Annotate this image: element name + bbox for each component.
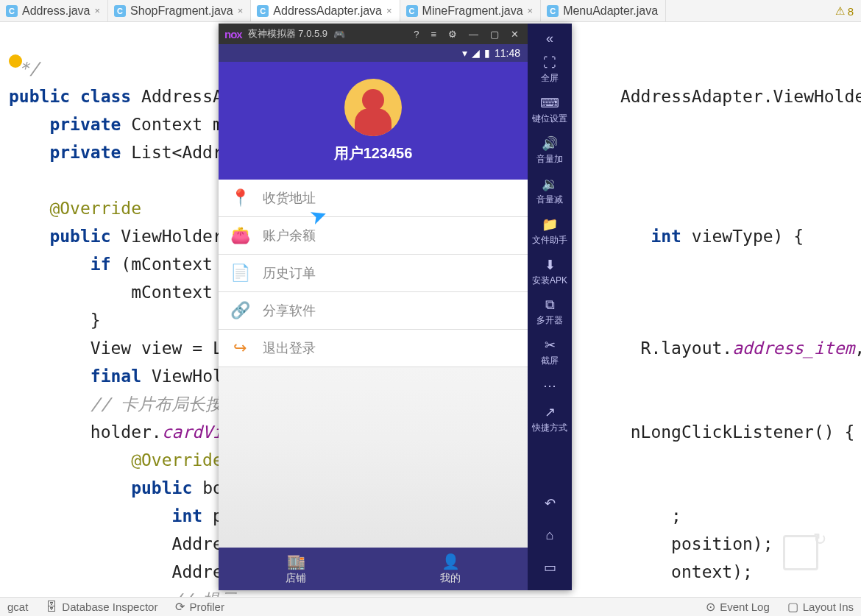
code-line: class — [80, 87, 131, 106]
status-logcat[interactable]: gcat — [7, 601, 28, 613]
emulator-window: nox 夜神模拟器 7.0.5.9 🎮 ? ≡ ⚙ — ▢ ✕ ▾ ◢ ▮ 11… — [219, 24, 572, 590]
tool-screenshot[interactable]: ✂截屏 — [528, 333, 572, 372]
menu-item-address[interactable]: 📍 收货地址 — [219, 180, 528, 217]
code-line: public — [9, 87, 70, 106]
close-icon[interactable]: × — [386, 5, 392, 16]
tool-label: 全屏 — [541, 72, 559, 85]
layout-inspector-icon: ▢ — [787, 600, 798, 614]
tool-label: 键位设置 — [532, 113, 567, 125]
tool-file[interactable]: 📁文件助手 — [528, 212, 572, 251]
intention-bulb-icon[interactable] — [9, 54, 22, 68]
settings-icon[interactable]: ⚙ — [445, 29, 460, 40]
menu-item-share[interactable]: 🔗 分享软件 — [219, 292, 528, 330]
tab-minefragment[interactable]: C MineFragment.java × — [400, 0, 542, 21]
menu-list: 📍 收货地址 👛 账户余额 📄 历史订单 🔗 分享软件 ↪ 退出登录 — [219, 180, 528, 548]
code-line: ViewHolder — [121, 227, 222, 246]
close-icon[interactable]: × — [528, 5, 534, 16]
android-home-button[interactable]: ⌂ — [546, 520, 554, 550]
java-class-icon: C — [257, 5, 269, 17]
tool-fullscreen[interactable]: ⛶全屏 — [528, 51, 572, 89]
emulator-screen-column: nox 夜神模拟器 7.0.5.9 🎮 ? ≡ ⚙ — ▢ ✕ ▾ ◢ ▮ 11… — [219, 24, 528, 590]
share-icon: 🔗 — [230, 301, 249, 320]
menu-item-history[interactable]: 📄 历史订单 — [219, 255, 528, 292]
user-icon: 👤 — [442, 553, 460, 570]
status-label: Layout Ins — [803, 601, 854, 613]
maximize-icon[interactable]: ▢ — [487, 29, 502, 40]
tool-volup[interactable]: 🔊音量加 — [528, 131, 572, 170]
menu-label: 分享软件 — [263, 302, 316, 319]
gamepad-icon[interactable]: 🎮 — [333, 29, 345, 40]
tab-addressadapter[interactable]: C AddressAdapter.java × — [251, 0, 400, 21]
close-icon[interactable]: × — [238, 5, 244, 16]
menu-label: 历史订单 — [263, 264, 316, 282]
nav-label: 店铺 — [286, 572, 306, 585]
status-profiler[interactable]: ⟳Profiler — [175, 600, 224, 614]
tool-voldown[interactable]: 🔉音量减 — [528, 171, 572, 210]
help-icon[interactable]: ? — [411, 29, 422, 40]
emulator-titlebar[interactable]: nox 夜神模拟器 7.0.5.9 🎮 ? ≡ ⚙ — ▢ ✕ — [219, 24, 528, 44]
code-line: final — [91, 367, 141, 386]
tool-label: 音量减 — [536, 194, 563, 206]
tab-label: AddressAdapter.java — [273, 4, 382, 18]
code-line: R.layout. — [641, 339, 733, 358]
tab-shopfragment[interactable]: C ShopFragment.java × — [108, 0, 251, 21]
nav-mine[interactable]: 👤 我的 — [373, 548, 528, 590]
battery-icon: ▮ — [484, 47, 490, 59]
tab-label: MenuAdapter.java — [563, 4, 658, 18]
status-event-log[interactable]: ⊙Event Log — [706, 600, 770, 614]
status-time: 11:48 — [495, 47, 520, 59]
more-icon: ⋯ — [543, 378, 556, 394]
menu-item-logout[interactable]: ↪ 退出登录 — [219, 330, 528, 367]
status-database-inspector[interactable]: 🗄Database Inspector — [46, 601, 157, 614]
username-label: 用户123456 — [334, 144, 413, 163]
code-line: @Override — [131, 450, 223, 470]
code-line: public — [49, 227, 110, 246]
tool-shortcut[interactable]: ↗快捷方式 — [528, 400, 572, 439]
tool-label: 安装APK — [532, 275, 567, 287]
code-line: address_item — [732, 339, 854, 358]
tab-menuadapter[interactable]: C MenuAdapter.java — [541, 0, 666, 21]
code-line: private — [49, 143, 121, 162]
nox-logo: nox — [224, 28, 242, 40]
download-icon: ⬇ — [545, 257, 556, 273]
code-line: int — [172, 506, 203, 525]
tool-apk[interactable]: ⬇安装APK — [528, 252, 572, 291]
tool-label: 多开器 — [536, 314, 563, 327]
android-recent-button[interactable]: ▭ — [544, 552, 556, 583]
volume-up-icon: 🔊 — [542, 135, 558, 152]
code-line: private — [49, 115, 121, 134]
nav-shop[interactable]: 🏬 店铺 — [219, 548, 373, 590]
tool-label: 音量加 — [536, 153, 563, 166]
shortcut-icon: ↗ — [545, 404, 556, 420]
code-line: position); — [671, 534, 773, 553]
status-layout-inspector[interactable]: ▢Layout Ins — [787, 600, 854, 614]
menu-item-balance[interactable]: 👛 账户余额 — [219, 217, 528, 255]
tool-more[interactable]: ⋯ — [528, 373, 572, 398]
logout-icon: ↪ — [230, 339, 249, 358]
menu-icon[interactable]: ≡ — [428, 29, 439, 40]
tab-label: ShopFragment.java — [130, 4, 233, 18]
nav-label: 我的 — [440, 572, 461, 585]
keyboard-icon: ⌨ — [540, 95, 559, 111]
warnings-indicator[interactable]: ⚠ 8 — [835, 4, 854, 18]
ide-status-bar: gcat 🗄Database Inspector ⟳Profiler ⊙Even… — [0, 597, 861, 616]
code-line: // 卡片布局长按删 — [91, 394, 240, 414]
minimize-icon[interactable]: — — [466, 29, 481, 40]
database-icon: 🗄 — [46, 601, 57, 614]
rotate-device-icon[interactable] — [783, 535, 818, 570]
menu-label: 账户余额 — [263, 227, 316, 244]
tool-keymap[interactable]: ⌨键位设置 — [528, 91, 572, 130]
tool-multi[interactable]: ⧉多开器 — [528, 293, 572, 331]
status-label: Profiler — [189, 601, 224, 613]
avatar[interactable] — [344, 79, 402, 136]
signal-icon: ◢ — [472, 47, 480, 59]
wifi-icon: ▾ — [462, 47, 467, 59]
close-icon[interactable]: ✕ — [508, 29, 522, 40]
emulator-title-text: 夜神模拟器 7.0.5.9 — [248, 27, 327, 40]
collapse-icon[interactable]: « — [546, 31, 553, 46]
close-icon[interactable]: × — [95, 5, 101, 16]
java-class-icon: C — [114, 5, 126, 17]
android-back-button[interactable]: ↶ — [545, 488, 556, 519]
tab-address[interactable]: C Address.java × — [0, 0, 108, 21]
editor-tabs: C Address.java × C ShopFragment.java × C… — [0, 0, 861, 22]
